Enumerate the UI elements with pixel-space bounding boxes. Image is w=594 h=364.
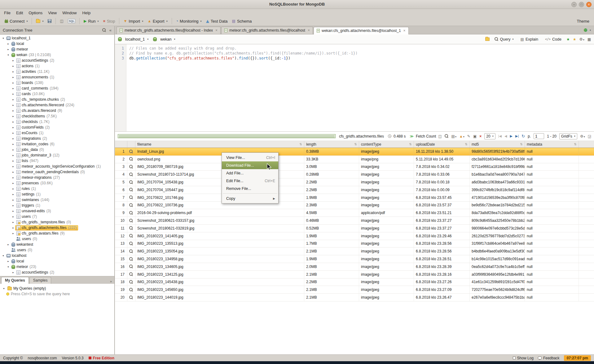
table-row[interactable]: 14IMG_20180223_135054.jpg2.1MBimage/jpeg… [115,248,594,255]
sql-query-button[interactable]: SQL [66,18,78,24]
column-header-length[interactable]: length⇅ [304,141,359,147]
close-icon[interactable]: × [403,29,406,33]
tree-item[interactable]: ▸local [0,258,114,264]
export-button[interactable]: ▲ Export ▾ [145,18,169,25]
favorite-add-icon[interactable]: ★ [566,37,570,41]
doc-tab[interactable]: meteor:cfs_gridfs.attachments.files@loca… [221,27,313,34]
tree-expand-icon[interactable]: ▸ [11,199,15,201]
first-page-button[interactable]: |◀ [498,134,502,138]
tree-item[interactable]: ▸actions(1) [0,63,114,69]
explain-button[interactable]: ▤ Explain [519,36,540,42]
column-header-metadata[interactable]: metadata⇅ [525,141,579,147]
close-icon[interactable]: × [215,28,218,33]
stop-button[interactable]: ■ Stop [101,18,117,25]
tree-item[interactable]: ▸esCounts(1) [0,130,114,136]
tree-item[interactable]: ▸meteor_accounts_loginServiceConfigurati… [0,164,114,169]
tree-expand-icon[interactable]: ▸ [11,154,15,157]
results-settings-gear-icon[interactable]: ⚙▾ [580,134,585,138]
tree-item[interactable]: ▸customFields(2) [0,125,114,130]
tree-expand-icon[interactable]: ▸ [11,221,15,224]
context-menu-item-remove-file[interactable]: Remove File... [222,185,278,192]
sort-icon[interactable]: ⇅ [409,143,412,146]
snippets-icon[interactable] [485,37,490,41]
tree-expand-icon[interactable]: ▸ [11,226,15,229]
tree-item[interactable]: ▸accountSettings(2) [0,58,114,63]
more-tabs-icon[interactable]: » [109,279,113,284]
fetch-count-button[interactable]: Fetch Count [416,134,436,138]
preview-magnifier-icon[interactable] [129,180,133,184]
connect-button[interactable]: Connect ▾ [2,18,30,25]
table-row[interactable]: 19IMG_20180223_145650.jpg2.1MBimage/jpeg… [115,286,594,294]
tree-item[interactable]: ▸settings(1) [0,191,114,197]
tree-expand-icon[interactable]: ▸ [11,109,15,112]
preview-magnifier-icon[interactable] [129,257,133,261]
tree-item[interactable]: ▸cards(10.8K) [0,91,114,97]
tree-collapse-icon[interactable]: ▾ [1,37,5,40]
context-menu-item-edit-file[interactable]: Edit File...Ctrl+E [222,177,278,185]
tree-expand-icon[interactable]: ▸ [11,76,15,79]
tree-item[interactable]: ▸cfs_gridfs.avatars.files(9) [0,230,114,236]
code-button[interactable]: </> Code [543,36,563,42]
last-page-button[interactable]: ▶| [515,134,519,138]
preview-magnifier-icon[interactable] [129,234,133,238]
query-button[interactable]: Query ▾ [493,36,516,42]
table-row[interactable]: 10Screenshot_20180621-033157.jpg0.46MBim… [115,217,594,225]
table-row[interactable]: 7IMG_20170822_101746.jpg1.9MBimage/jpeg6… [115,194,594,202]
preview-magnifier-icon[interactable] [129,288,133,292]
export-table-button[interactable]: ◫ [58,18,65,24]
tree-expand-icon[interactable]: ▸ [11,81,15,84]
tree-expand-icon[interactable]: ▸ [11,70,15,73]
column-header-filename[interactable]: filename⇅ [135,141,304,147]
tree-expand-icon[interactable]: ▸ [11,121,15,123]
tree-expand-icon[interactable]: ▸ [6,243,10,246]
table-row[interactable]: 16IMG_20180223_134605.jpg2.0MBimage/jpeg… [115,263,594,271]
save-button[interactable] [46,18,54,24]
visualize-icon[interactable]: ◫ [438,134,442,138]
tree-item[interactable]: ▸rules(1) [0,186,114,191]
schema-button[interactable]: ▤ Schema [230,18,254,25]
tree-item[interactable]: ▾localhost_1 [0,35,114,41]
table-row[interactable]: 11Screenshot_20180621-032819.jpg0.52MBim… [115,225,594,232]
context-menu-item-view-file[interactable]: View File...Ctrl+I [222,154,278,161]
column-header-contenttype[interactable]: contentType⇅ [359,141,414,147]
tree-expand-icon[interactable]: ▸ [11,176,15,179]
tree-expand-icon[interactable]: ▸ [6,260,10,263]
tree-item[interactable]: ▸accountSettings(2) [0,270,114,275]
page-size-select[interactable]: 20 ▾ [484,133,495,139]
sort-icon[interactable]: ⇅ [354,143,357,146]
minimize-button[interactable]: – [571,2,577,7]
tree-expand-icon[interactable]: ▸ [11,193,15,196]
tree-expand-icon[interactable]: ▸ [11,160,15,162]
tree-expand-icon[interactable]: ▸ [11,132,15,134]
page-number-input[interactable] [534,133,544,139]
preview-magnifier-icon[interactable] [129,242,133,246]
menu-edit[interactable]: Edit [13,10,26,16]
table-row[interactable]: 5IMG_20170704_105438.jpg2.2MBimage/jpeg7… [115,178,594,186]
maximize-button[interactable]: □ [579,2,584,7]
tree-item[interactable]: ▸local [0,41,114,46]
tree-expand-icon[interactable]: ▸ [11,59,15,62]
sidebar-tab-my-queries[interactable]: My Queries [1,277,29,284]
collapse-sidebar-icon[interactable]: « [109,28,112,33]
tree-expand-icon[interactable]: ▸ [11,232,15,235]
preview-magnifier-icon[interactable] [129,296,133,300]
tree-item[interactable]: ▸presences(33.6K) [0,180,114,186]
tree-item[interactable]: ▾localhost [0,253,114,258]
preview-magnifier-icon[interactable] [129,173,133,177]
tree-expand-icon[interactable]: ▸ [11,182,15,185]
table-row[interactable]: 20IMG_20180223_144019.jpg2.1MBimage/jpeg… [115,294,594,301]
tree-expand-icon[interactable]: ▸ [11,204,15,207]
tree-item[interactable]: users(0) [0,247,114,253]
favorite-icon[interactable]: ★ [573,37,576,41]
show-log-button[interactable]: Show Log [513,356,534,360]
preview-magnifier-icon[interactable] [129,226,133,230]
tree-item[interactable]: ▸integrations(2) [0,136,114,141]
table-row[interactable]: 12IMG_20180223_141405.jpg1.9MBimage/jpeg… [115,232,594,240]
edit-document-icon[interactable]: ✎ [467,134,470,138]
tree-collapse-icon[interactable]: ▾ [6,265,10,268]
open-file-button[interactable]: ▾ [34,18,46,24]
tree-item[interactable]: ▸triggers(1) [0,203,114,208]
tree-expand-icon[interactable]: ▸ [11,187,15,190]
chevron-down-icon[interactable]: ▾ [174,38,175,41]
add-document-icon[interactable]: ▣ [473,134,477,138]
